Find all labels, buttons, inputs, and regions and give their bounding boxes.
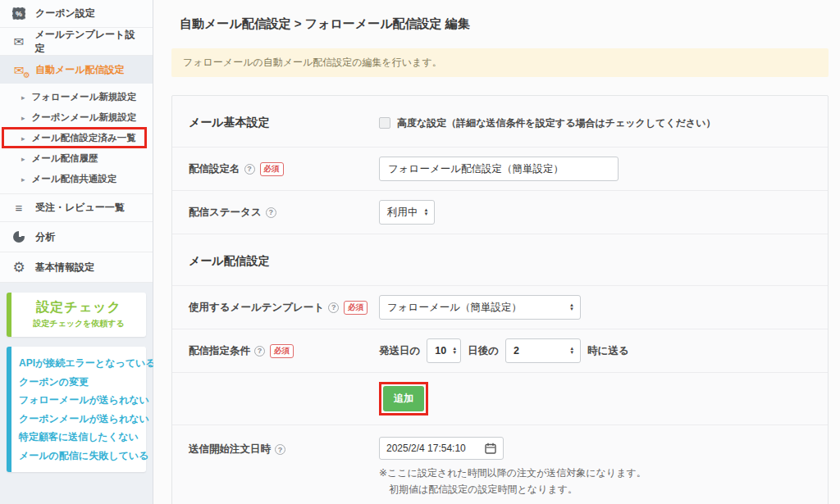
coupon-icon: % [11,7,26,20]
help-link-mail-delivery-failed[interactable]: メールの配信に失敗している [19,447,139,465]
sidebar-item-analytics[interactable]: 分析 [0,222,153,252]
sidebar-item-label: クーポン設定 [35,7,95,20]
sidebar-item-label: メールテンプレート設定 [34,28,141,56]
delivery-name-row: 配信設定名 ? 必須 フォローメール配信設定（簡単設定） [172,147,828,190]
settings-form-card: メール基本設定 高度な設定（詳細な送信条件を設定する場合はチェックしてください）… [171,95,829,504]
help-icon[interactable]: ? [275,444,285,455]
required-badge: 必須 [344,301,368,315]
help-link-exclude-customers[interactable]: 特定顧客に送信したくない [19,428,139,447]
required-badge: 必須 [270,344,294,358]
sidebar: % クーポン設定 ✉ メールテンプレート設定 ✉ ⚙ 自動メール配信設定 ▸ フ… [0,0,153,504]
sidebar-lower-section: 設定チェック 設定チェックを依頼する APIが接続エラーとなっている クーポンの… [0,283,153,504]
sidebar-subitem-follow-mail-new[interactable]: ▸ フォローメール新規設定 [0,87,153,107]
help-link-coupon-change[interactable]: クーポンの変更 [19,373,139,392]
gear-icon: ⚙ [11,261,26,275]
help-links-card: APIが接続エラーとなっている クーポンの変更 フォローメールが送られない クー… [7,347,146,472]
mail-template-label: 使用するメールテンプレート [189,301,324,315]
sidebar-subitem-mail-common-settings[interactable]: ▸ メール配信共通設定 [0,169,153,189]
select-arrows-icon: ▲ ▼ [569,347,574,355]
condition-prefix-text: 発送日の [379,344,420,358]
required-badge: 必須 [260,162,284,176]
help-icon[interactable]: ? [244,164,255,175]
condition-suffix-text: 時に送る [587,344,629,358]
sidebar-subitem-coupon-mail-new[interactable]: ▸ クーポンメール新規設定 [0,107,153,128]
sidebar-item-label: 基本情報設定 [35,261,94,275]
sidebar-item-orders-reviews[interactable]: ≡ 受注・レビュー一覧 [0,194,153,222]
caret-right-icon: ▸ [21,93,25,102]
condition-hours-select[interactable]: 2 ▲ ▼ [505,338,581,363]
delivery-name-input[interactable]: フォローメール配信設定（簡単設定） [379,157,619,181]
arrow-down-icon: ▼ [424,212,429,216]
caret-right-icon: ▸ [21,114,25,122]
delivery-status-select[interactable]: 利用中 ▲ ▼ [379,200,435,225]
condition-days-value: 10 [435,345,446,356]
send-start-note-line2: 初期値は配信設定の設定時間となります。 [379,482,646,498]
sidebar-subitem-label: メール配信共通設定 [32,173,117,185]
sidebar-subitem-label: クーポンメール新規設定 [32,111,137,124]
sidebar-subitem-mail-settings-list[interactable]: ▸ メール配信設定済み一覧 [0,128,153,148]
caret-right-icon: ▸ [21,175,25,184]
coupon-icon-glyph: % [12,7,25,20]
sidebar-item-auto-mail-settings[interactable]: ✉ ⚙ 自動メール配信設定 [0,56,153,84]
delivery-status-value: 利用中 [387,206,418,220]
arrow-down-icon: ▼ [452,351,457,355]
main-content: 自動メール配信設定 > フォローメール配信設定 編集 フォローメールの自動メール… [153,0,840,504]
annotation-box-add-button: 追加 [379,382,428,415]
sidebar-subitem-label: メール配信履歴 [32,152,98,165]
help-icon[interactable]: ? [266,207,276,218]
gear-icon-glyph: ⚙ [23,70,30,79]
sidebar-submenu: ▸ フォローメール新規設定 ▸ クーポンメール新規設定 ▸ メール配信設定済み一… [0,84,153,194]
sidebar-subitem-mail-history[interactable]: ▸ メール配信履歴 [0,148,153,169]
send-start-row: 送信開始注文日時 ? 2025/2/4 17:54:10 [172,425,828,504]
delivery-condition-label: 配信指定条件 [189,344,250,358]
info-banner: フォローメールの自動メール配信設定の編集を行います。 [171,48,829,77]
help-icon[interactable]: ? [328,302,339,313]
calendar-icon[interactable] [485,443,496,454]
send-start-note-line1: ※ここに設定された時間以降の注文が送信対象になります。 [379,465,646,482]
help-link-follow-mail-not-sent[interactable]: フォローメールが送られない [19,391,139,410]
condition-middle-text: 日後の [468,344,499,358]
arrow-down-icon: ▼ [569,351,574,355]
select-arrows-icon: ▲ ▼ [569,303,574,311]
send-start-label: 送信開始注文日時 [189,443,271,456]
advanced-settings-checkbox[interactable] [379,117,390,129]
mail-template-row: 使用するメールテンプレート ? 必須 フォローメール（簡単設定） ▲ ▼ [172,285,828,329]
mail-icon: ✉ [11,35,25,48]
add-button[interactable]: 追加 [383,386,424,411]
gear-icon-glyph: ⚙ [12,261,25,275]
help-icon[interactable]: ? [254,346,265,356]
sidebar-item-mail-template-settings[interactable]: ✉ メールテンプレート設定 [0,28,153,56]
list-icon: ≡ [11,202,26,214]
sidebar-item-basic-info-settings[interactable]: ⚙ 基本情報設定 [0,252,153,283]
basic-settings-header-row: メール基本設定 高度な設定（詳細な送信条件を設定する場合はチェックしてください） [172,96,828,147]
mail-icon-glyph: ✉ [13,35,24,48]
help-link-coupon-mail-not-sent[interactable]: クーポンメールが送られない [19,410,139,429]
delivery-status-label: 配信ステータス [189,206,262,220]
condition-hours-value: 2 [514,345,519,356]
advanced-settings-label: 高度な設定（詳細な送信条件を設定する場合はチェックしてください） [397,116,716,130]
settings-check-card[interactable]: 設定チェック 設定チェックを依頼する [7,293,146,337]
help-link-api-error[interactable]: APIが接続エラーとなっている [19,354,139,373]
select-arrows-icon: ▲ ▼ [452,347,457,355]
send-start-datetime-input[interactable]: 2025/2/4 17:54:10 [379,437,504,460]
send-start-datetime-value: 2025/2/4 17:54:10 [386,443,466,454]
condition-days-select[interactable]: 10 ▲ ▼ [427,338,461,363]
sidebar-item-coupon-settings[interactable]: % クーポン設定 [0,0,153,28]
arrow-down-icon: ▼ [569,307,574,311]
sidebar-subitem-label: メール配信設定済み一覧 [32,132,136,144]
delivery-settings-title: メール配信設定 [189,254,270,269]
select-arrows-icon: ▲ ▼ [424,208,429,216]
delivery-status-row: 配信ステータス ? 利用中 ▲ ▼ [172,190,828,234]
sidebar-subitem-label: フォローメール新規設定 [32,91,137,103]
send-start-note: ※ここに設定された時間以降の注文が送信対象になります。 初期値は配信設定の設定時… [379,465,646,498]
page-title: 自動メール配信設定 > フォローメール配信設定 編集 [180,16,829,32]
delivery-name-value: フォローメール配信設定（簡単設定） [388,162,564,176]
sidebar-item-label: 自動メール配信設定 [35,63,125,77]
mail-template-select[interactable]: フォローメール（簡単設定） ▲ ▼ [379,295,581,320]
sidebar-item-label: 分析 [35,230,55,244]
settings-check-subtitle: 設定チェックを依頼する [13,318,144,329]
settings-check-title: 設定チェック [13,299,144,316]
list-icon-glyph: ≡ [16,202,23,214]
mail-template-value: フォローメール（簡単設定） [387,301,522,315]
basic-settings-title: メール基本設定 [189,116,270,130]
